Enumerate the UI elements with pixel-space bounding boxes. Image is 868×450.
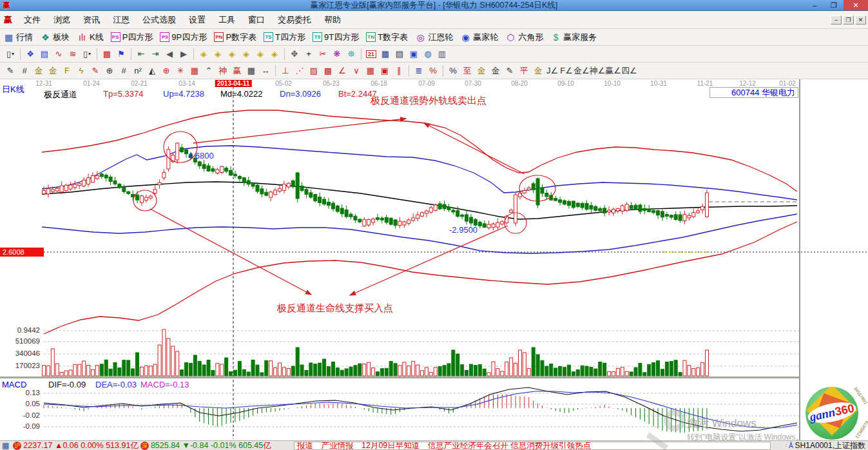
menu-帮助[interactable]: 帮助 xyxy=(318,13,347,27)
diamond-left-icon[interactable]: ◈ xyxy=(197,47,211,61)
ray-fan-tool-icon[interactable]: ⋰ xyxy=(293,64,307,78)
scissors-tool-icon[interactable]: ✂ xyxy=(316,47,330,61)
gold-angle-icon[interactable]: 金∠ xyxy=(574,64,590,78)
bow-tool-icon[interactable]: ϟ xyxy=(74,64,88,78)
red-circle-grid-icon[interactable]: ⊕ xyxy=(159,64,173,78)
print-icon[interactable]: ▥ xyxy=(435,47,449,61)
grid-tool-icon[interactable]: # xyxy=(17,64,32,78)
shenzhen-index-quote[interactable]: 8525.84 ▼-0.84 -0.01% 605.45亿 xyxy=(151,440,271,450)
flag-marker-icon[interactable]: ⚑ xyxy=(114,47,128,61)
menu-窗口[interactable]: 窗口 xyxy=(242,13,271,27)
si-angle-icon[interactable]: 四∠ xyxy=(621,64,637,78)
p-square-button[interactable]: PSP四方形 xyxy=(111,32,153,43)
jump-start-icon[interactable]: ⇤ xyxy=(134,47,148,61)
angle-tool-icon[interactable]: ◭ xyxy=(145,64,159,78)
shen-grid-icon[interactable]: 神 xyxy=(216,64,230,78)
v-line-icon[interactable]: ∨ xyxy=(349,64,363,78)
menu-交易委托[interactable]: 交易委托 xyxy=(271,13,318,27)
diamond-expand-icon[interactable]: ◈ xyxy=(239,47,253,61)
winner-service-button[interactable]: $赢家服务 xyxy=(550,32,597,43)
diamond-cross-icon[interactable]: ◈ xyxy=(267,47,282,61)
stack-bars-icon[interactable]: ≣ xyxy=(412,64,426,78)
ying-grid-icon[interactable]: 赢 xyxy=(230,64,244,78)
menu-公式选股[interactable]: 公式选股 xyxy=(136,13,182,27)
angle-line-icon[interactable]: ∠ xyxy=(335,64,349,78)
menu-设置[interactable]: 设置 xyxy=(182,13,212,27)
f-angle-icon[interactable]: F∠ xyxy=(559,64,574,78)
current-index-label[interactable]: SH1A0001,上证指数 xyxy=(795,440,865,450)
diamond-hswap-icon[interactable]: ◈ xyxy=(225,47,239,61)
ribbon-tool-icon[interactable]: ❋ xyxy=(330,47,344,61)
percent-red-icon[interactable]: % xyxy=(426,64,440,78)
hand-tool-icon[interactable]: ✥ xyxy=(287,47,302,61)
9p-square-button[interactable]: P99P四方形 xyxy=(160,32,207,43)
circle-grid-icon[interactable]: ⊕ xyxy=(102,64,117,78)
close-button[interactable]: ✕ xyxy=(844,0,868,10)
star-grid-icon[interactable]: ✳ xyxy=(173,64,188,78)
kline-period-selector-icon[interactable]: ▯▾ xyxy=(3,47,17,61)
document-icon[interactable]: ▤ xyxy=(37,47,52,61)
red-box-grid-icon[interactable]: ▣ xyxy=(378,64,392,78)
percent-tool-icon[interactable]: % xyxy=(446,64,460,78)
peak-tool-icon[interactable]: ⌃ xyxy=(202,64,216,78)
sectors-button[interactable]: ❖板块 xyxy=(40,32,70,43)
step-back-icon[interactable]: ◀ xyxy=(162,47,177,61)
parallel-lines-icon[interactable]: ∥ xyxy=(392,64,406,78)
red-grid-icon[interactable]: ▦ xyxy=(363,64,378,78)
pen2-icon[interactable]: ✎ xyxy=(503,64,517,78)
mdi-restore-button[interactable]: ❐ xyxy=(843,15,854,24)
p-number-table-button[interactable]: PNP数字表 xyxy=(214,32,256,43)
diamond-compress-icon[interactable]: ◈ xyxy=(253,47,267,61)
shanghai-index-quote[interactable]: 2237.17 ▲0.06 0.00% 513.91亿 xyxy=(23,440,139,450)
quotes-button[interactable]: ▦行情 xyxy=(3,32,33,43)
zhi-line-icon[interactable]: 至 xyxy=(460,64,474,78)
ying-angle-icon[interactable]: 赢∠ xyxy=(605,64,621,78)
hexagon-button[interactable]: ⬡六角形 xyxy=(505,32,543,43)
chart-9-icon[interactable]: ≋ xyxy=(66,47,80,61)
notepad-icon[interactable]: ▤ xyxy=(392,47,407,61)
menu-文件[interactable]: 文件 xyxy=(17,13,47,27)
grid2-icon[interactable]: # xyxy=(117,64,131,78)
step-forward-icon[interactable]: ▶ xyxy=(177,47,191,61)
gold-line2-icon[interactable]: 金 xyxy=(531,64,545,78)
kline-button[interactable]: ılıK线 xyxy=(77,32,104,43)
quote-grid-icon[interactable]: ▦ xyxy=(2,441,9,450)
j-angle-icon[interactable]: J∠ xyxy=(545,64,559,78)
save-web-icon[interactable]: ◍ xyxy=(421,47,435,61)
gann-wheel-button[interactable]: ◎江恩轮 xyxy=(415,32,453,43)
save-icon[interactable]: ▣ xyxy=(407,47,421,61)
gold-grid-icon[interactable]: 金 xyxy=(32,64,46,78)
jump-end-icon[interactable]: ⇥ xyxy=(148,47,162,61)
hatch-box-icon[interactable]: ▨ xyxy=(307,64,321,78)
mdi-close-button[interactable]: ✕ xyxy=(855,15,866,24)
web-chart-icon[interactable]: ❖ xyxy=(23,47,37,61)
shen-angle-icon[interactable]: 神∠ xyxy=(590,64,606,78)
minimize-button[interactable]: – xyxy=(805,0,824,10)
n2-grid-icon[interactable]: n² xyxy=(131,64,145,78)
calculator-icon[interactable]: ▦ xyxy=(378,47,392,61)
knot-tool-icon[interactable]: ❊ xyxy=(344,47,358,61)
winner-wheel-button[interactable]: ◉赢家轮 xyxy=(460,32,498,43)
menu-工具[interactable]: 工具 xyxy=(212,13,242,27)
calendar-icon[interactable]: 21 xyxy=(364,47,378,61)
crosshair-tool-icon[interactable]: + xyxy=(302,47,316,61)
pattern-icon[interactable]: ▩ xyxy=(100,47,114,61)
gold-circle-icon[interactable]: 金 xyxy=(474,64,488,78)
red-square-grid-icon[interactable]: ▦ xyxy=(188,64,202,78)
9t-square-button[interactable]: T99T四方形 xyxy=(313,32,359,43)
width-tool-icon[interactable]: ↔ xyxy=(258,64,273,78)
chart-3-icon[interactable]: ∿ xyxy=(52,47,66,61)
restore-button[interactable]: ❐ xyxy=(824,0,844,10)
red-pen-icon[interactable]: ✎ xyxy=(88,64,102,78)
t-number-table-button[interactable]: TNT数字表 xyxy=(366,32,408,43)
gold-line-icon[interactable]: 金 xyxy=(488,64,503,78)
gold-grid2-icon[interactable]: 金 xyxy=(46,64,60,78)
square-grid-icon[interactable]: ▦ xyxy=(244,64,258,78)
menu-浏览[interactable]: 浏览 xyxy=(47,13,77,27)
menu-资讯[interactable]: 资讯 xyxy=(77,13,106,27)
pen-tool-icon[interactable]: ✎ xyxy=(3,64,17,78)
diamond-right-icon[interactable]: ◈ xyxy=(211,47,225,61)
dense-box-icon[interactable]: ▩ xyxy=(321,64,335,78)
mdi-minimize-button[interactable]: – xyxy=(831,15,842,24)
ping-line-icon[interactable]: 平 xyxy=(517,64,531,78)
